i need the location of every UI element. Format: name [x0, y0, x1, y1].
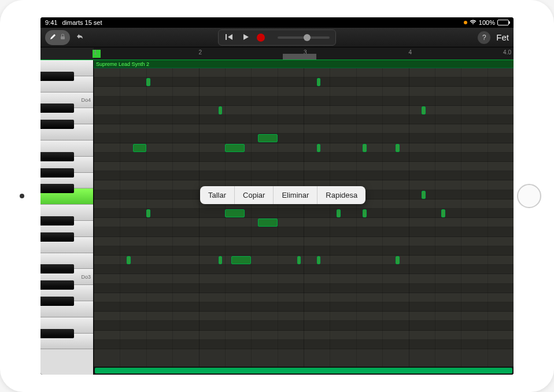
scroll-thumb[interactable] [95, 368, 512, 373]
record-button[interactable] [257, 34, 265, 42]
status-time: 9:41 [45, 19, 57, 26]
svg-rect-0 [61, 36, 65, 39]
volume-thumb[interactable] [304, 34, 311, 41]
context-menu-item[interactable]: Eliminar [274, 186, 317, 204]
grid-vline [409, 68, 409, 375]
piano-black-key[interactable] [40, 297, 74, 306]
midi-note[interactable] [337, 209, 341, 217]
ruler-end-label: 4.0 [503, 49, 511, 56]
recording-indicator-icon [464, 21, 467, 24]
midi-note[interactable] [225, 209, 245, 217]
grid-vline [172, 68, 173, 375]
midi-note[interactable] [396, 256, 400, 264]
region-name-label: Supreme Lead Synth 2 [94, 60, 514, 68]
status-bar: 9:41 dimarts 15 set 100% [40, 17, 514, 28]
midi-note[interactable] [422, 191, 426, 199]
grid-vline [251, 68, 252, 375]
ipad-frame: 9:41 dimarts 15 set 100% [0, 0, 554, 392]
lock-icon [60, 34, 65, 41]
piano-black-key[interactable] [40, 184, 74, 193]
midi-note[interactable] [146, 78, 150, 86]
help-button[interactable]: ? [478, 31, 490, 44]
piano-black-key[interactable] [40, 329, 74, 338]
edit-mode-toggle[interactable] [45, 30, 70, 45]
piano-black-key[interactable] [40, 72, 74, 81]
piano-black-key[interactable] [40, 232, 74, 242]
piano-black-key[interactable] [40, 264, 74, 273]
piano-black-key[interactable] [40, 120, 74, 129]
status-date: dimarts 15 set [62, 19, 102, 26]
grid-vline [435, 68, 435, 375]
horizontal-scrollbar[interactable] [94, 367, 514, 375]
grid-vline [146, 68, 147, 375]
piano-roll-editor: Supreme Lead Synth 2 [40, 60, 514, 375]
grid-vline [487, 68, 488, 375]
midi-note[interactable] [363, 144, 367, 152]
undo-button[interactable] [75, 32, 85, 43]
piano-black-key[interactable] [40, 216, 74, 225]
context-menu-item[interactable]: Copiar [235, 186, 274, 204]
pencil-icon [50, 33, 57, 42]
midi-note[interactable] [396, 144, 400, 152]
ruler-tick: 1 [94, 49, 97, 56]
context-menu-item[interactable]: Rapidesa [317, 186, 365, 204]
note-grid[interactable]: Supreme Lead Synth 2 [94, 60, 514, 375]
piano-black-key[interactable] [40, 103, 74, 113]
midi-note[interactable] [133, 144, 146, 152]
piano-black-key[interactable] [40, 168, 74, 177]
grid-vline [356, 68, 357, 375]
midi-note[interactable] [225, 144, 245, 152]
grid-vline [330, 68, 330, 375]
camera-dot [20, 194, 24, 198]
transport-controls [218, 29, 336, 46]
rewind-button[interactable] [224, 33, 235, 42]
midi-note[interactable] [317, 78, 321, 86]
ruler-tick: 4 [409, 49, 412, 56]
grid-vline [304, 68, 304, 375]
midi-note[interactable] [317, 256, 321, 264]
midi-note[interactable] [146, 209, 150, 217]
grid-vline [94, 68, 94, 375]
context-menu: TallarCopiarEliminarRapidesa [200, 186, 365, 204]
piano-black-key[interactable] [40, 152, 74, 161]
midi-note[interactable] [219, 106, 223, 114]
grid-vline [461, 68, 461, 375]
context-menu-item[interactable]: Tallar [200, 186, 235, 204]
midi-note[interactable] [297, 256, 301, 264]
battery-percent: 100% [479, 19, 495, 26]
master-volume-slider[interactable] [278, 36, 330, 39]
midi-note[interactable] [422, 106, 426, 114]
home-button[interactable] [517, 184, 541, 208]
midi-note[interactable] [441, 209, 445, 217]
svg-rect-1 [226, 34, 227, 40]
timeline-ruler[interactable]: 4.0 1234 [40, 47, 514, 60]
play-button[interactable] [241, 33, 251, 42]
done-button[interactable]: Fet [496, 32, 509, 42]
wifi-icon [470, 20, 477, 26]
ruler-tick: 2 [199, 49, 202, 56]
midi-note[interactable] [317, 144, 321, 152]
grid-vline [199, 68, 200, 375]
grid-vline [278, 68, 278, 375]
piano-keyboard[interactable] [40, 60, 94, 375]
grid-vline [382, 68, 383, 375]
midi-note[interactable] [258, 134, 278, 142]
midi-note[interactable] [219, 256, 223, 264]
app-screen: 9:41 dimarts 15 set 100% [40, 17, 514, 375]
midi-note[interactable] [231, 256, 251, 264]
grid-vline [225, 68, 226, 375]
grid-vline [120, 68, 120, 375]
midi-note[interactable] [258, 219, 278, 227]
midi-note[interactable] [363, 209, 367, 217]
loop-region[interactable] [283, 54, 316, 60]
midi-note[interactable] [127, 256, 131, 264]
piano-black-key[interactable] [40, 280, 74, 290]
battery-icon [497, 20, 509, 25]
toolbar: ? Fet [40, 28, 514, 47]
